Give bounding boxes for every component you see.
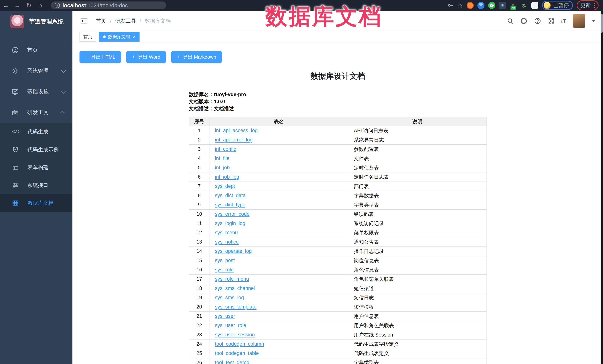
document-meta: 数据库名：ruoyi-vue-pro 文档版本：1.0.0 文档描述：文档描述 xyxy=(189,91,487,112)
scrollbar-thumb[interactable] xyxy=(601,14,603,33)
sidebar-item-form-builder[interactable]: 表单构建 xyxy=(0,158,72,176)
shield-check-icon xyxy=(12,146,20,153)
address-bar[interactable]: i localhost:1024/tool/db-doc xyxy=(51,1,166,9)
plus-icon: + xyxy=(132,54,135,60)
row-description: 代码生成表定义 xyxy=(348,349,487,358)
update-button[interactable]: 更新 xyxy=(577,0,599,11)
browser-reload-icon[interactable]: ↻ xyxy=(23,2,35,9)
user-avatar[interactable] xyxy=(573,14,585,28)
password-key-icon[interactable] xyxy=(447,2,454,9)
table-name-link[interactable]: sys_login_log xyxy=(215,221,245,226)
table-name-link[interactable]: inf_job xyxy=(215,165,230,170)
export-html-button[interactable]: + 导出 HTML xyxy=(80,51,121,63)
table-name-link[interactable]: sys_post xyxy=(215,258,235,263)
sidebar-item-api[interactable]: 系统接口 xyxy=(0,176,72,194)
table-name-link[interactable]: sys_sms_log xyxy=(215,295,244,300)
row-description: 参数配置表 xyxy=(348,144,487,154)
sidebar-item-label: 代码生成 xyxy=(27,128,48,135)
table-row: 20 sys_sms_template 短信模板 xyxy=(189,302,487,312)
table-name-link[interactable]: inf_config xyxy=(215,146,236,152)
table-name-link[interactable]: sys_menu xyxy=(215,230,238,235)
table-name-link[interactable]: inf_api_access_log xyxy=(215,128,258,133)
sidebar-item-devtools[interactable]: 研发工具 xyxy=(0,102,72,123)
extension-icon-orange[interactable] xyxy=(467,2,474,9)
browser-menu-icon[interactable] xyxy=(594,3,595,8)
table-row: 23 sys_user_session 用户在线 Session xyxy=(189,330,487,340)
table-name-link[interactable]: sys_user_session xyxy=(215,332,255,337)
tab-home[interactable]: 首页 xyxy=(80,32,96,42)
app-title: 芋道管理系统 xyxy=(29,18,64,25)
paused-extension-group[interactable]: 已暂停 xyxy=(542,1,573,10)
table-row: 7 sys_dept 部门表 xyxy=(189,182,487,191)
bookmark-star-icon[interactable]: ☆ xyxy=(457,2,463,9)
sidebar-item-codegen-demo[interactable]: 代码生成示例 xyxy=(0,141,72,158)
breadcrumb-separator: / xyxy=(140,18,141,24)
export-markdown-button[interactable]: + 导出 Markdown xyxy=(171,51,222,63)
font-size-icon[interactable]: tT xyxy=(561,18,566,24)
row-index: 13 xyxy=(189,237,210,247)
row-description: API 访问日志表 xyxy=(348,126,487,135)
sidebar-fold-icon[interactable] xyxy=(80,17,88,24)
tab-db-doc[interactable]: 数据库文档 × xyxy=(99,32,139,42)
github-icon[interactable] xyxy=(520,17,527,24)
row-description: 用户和角色关联表 xyxy=(348,321,487,330)
breadcrumb-home[interactable]: 首页 xyxy=(96,17,106,24)
extension-icon-grid[interactable] xyxy=(499,2,506,9)
table-row: 21 sys_user 用户信息表 xyxy=(189,312,487,321)
page-scrollbar[interactable] xyxy=(601,11,603,364)
table-name-link[interactable]: sys_user xyxy=(215,313,235,319)
extension-icon-green-z[interactable]: ʑ xyxy=(521,2,528,9)
table-row: 18 sys_sms_channel 短信渠道 xyxy=(189,284,487,293)
table-name-link[interactable]: inf_api_error_log xyxy=(215,137,253,143)
table-name-link[interactable]: inf_file xyxy=(215,155,229,161)
table-name-link[interactable]: tool_codegen_table xyxy=(215,351,259,356)
avatar-caret-icon[interactable] xyxy=(592,20,596,22)
table-name-link[interactable]: sys_dict_type xyxy=(215,202,245,208)
smiley-extension-icon[interactable] xyxy=(544,2,551,9)
browser-home-icon[interactable]: ⌂ xyxy=(35,2,46,9)
row-description: 字典类型表 xyxy=(348,200,487,210)
table-name-link[interactable]: sys_error_code xyxy=(215,211,249,217)
sidebar-item-home[interactable]: 首页 xyxy=(0,40,72,61)
table-row: 6 inf_job_log 定时任务日志表 xyxy=(189,172,487,182)
sidebar-item-system[interactable]: 系统管理 xyxy=(0,61,72,81)
extension-icon-list-on[interactable]: ≡ on xyxy=(510,2,517,9)
table-name-link[interactable]: sys_notice xyxy=(215,239,239,245)
search-icon[interactable] xyxy=(507,18,514,24)
browser-back-icon[interactable]: ← xyxy=(0,2,12,9)
breadcrumb-devtools[interactable]: 研发工具 xyxy=(115,17,136,24)
table-name-link[interactable]: tool_codegen_column xyxy=(215,341,264,347)
table-row: 19 sys_sms_log 短信日志 xyxy=(189,293,487,302)
table-name-link[interactable]: sys_role_menu xyxy=(215,276,249,282)
table-name-link[interactable]: sys_sms_channel xyxy=(215,286,255,291)
meta-line-version: 文档版本：1.0.0 xyxy=(189,98,487,105)
table-name-link[interactable]: sys_sms_template xyxy=(215,304,256,310)
sidebar-item-label: 首页 xyxy=(27,46,38,54)
row-index: 3 xyxy=(189,144,210,154)
row-description: 文件表 xyxy=(348,154,487,163)
table-name-link[interactable]: tool_test_demo xyxy=(215,360,249,364)
extension-icon-green-check[interactable]: ✓ xyxy=(488,2,495,9)
sidebar-item-label: 系统接口 xyxy=(27,182,48,189)
table-name-link[interactable]: sys_user_role xyxy=(215,323,246,328)
extension-icon-blue-drop[interactable] xyxy=(477,2,485,9)
row-description: 岗位信息表 xyxy=(348,256,487,265)
table-header-row: 序号 表名 说明 xyxy=(189,117,487,126)
table-name-link[interactable]: sys_role xyxy=(215,267,234,273)
table-name-link[interactable]: inf_job_log xyxy=(215,174,239,180)
site-info-icon[interactable]: i xyxy=(55,3,60,8)
sidebar-item-codegen[interactable]: </> 代码生成 xyxy=(0,123,72,141)
sidebar-item-db-doc[interactable]: 数据库文档 xyxy=(0,194,72,212)
sidebar-item-infra[interactable]: 基础设施 xyxy=(0,81,72,102)
tab-close-icon[interactable]: × xyxy=(133,34,136,39)
extension-icon-puzzle[interactable] xyxy=(531,2,538,9)
help-icon[interactable] xyxy=(534,17,541,24)
table-name-link[interactable]: sys_dept xyxy=(215,183,235,189)
app-logo-row[interactable]: 芋道管理系统 xyxy=(0,11,72,32)
export-word-button[interactable]: + 导出 Word xyxy=(126,51,166,63)
table-name-link[interactable]: sys_dict_data xyxy=(215,193,246,198)
fullscreen-icon[interactable] xyxy=(548,18,555,24)
chevron-up-icon xyxy=(60,111,65,115)
table-name-link[interactable]: sys_operate_log xyxy=(215,248,252,254)
browser-forward-icon[interactable]: → xyxy=(12,2,23,9)
